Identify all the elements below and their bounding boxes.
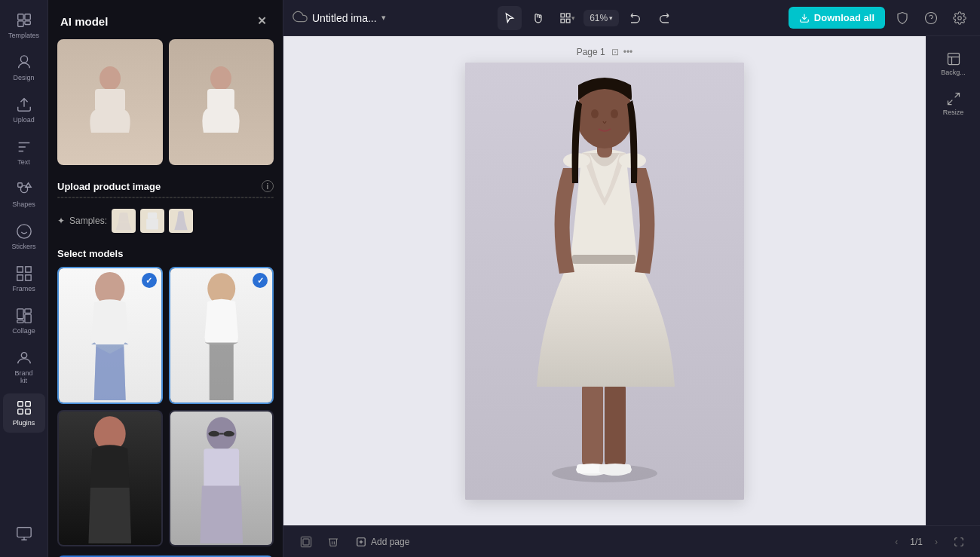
- title-chevron-icon: ▾: [381, 13, 386, 23]
- resize-button[interactable]: Resize: [933, 85, 974, 122]
- sparkle-icon: ✦: [57, 216, 65, 226]
- zoom-control[interactable]: 61% ▾: [583, 10, 619, 26]
- svg-rect-2: [17, 21, 23, 26]
- model-thumb-2[interactable]: [169, 39, 274, 165]
- fit-view-button[interactable]: [950, 533, 968, 551]
- svg-rect-20: [25, 402, 29, 406]
- sidebar-item-collage[interactable]: Collage: [3, 301, 45, 341]
- sidebar-item-text[interactable]: Text: [3, 133, 45, 172]
- topbar-right: Download all: [789, 7, 971, 29]
- sidebar-item-label: Brandkit: [14, 369, 32, 384]
- select-models-header: Select models: [48, 242, 283, 264]
- sidebar-item-label: Templates: [8, 32, 39, 39]
- svg-rect-53: [599, 464, 631, 473]
- settings-icon-btn[interactable]: [948, 7, 971, 29]
- page-label: Page 1 ⊡ •••: [577, 47, 633, 57]
- model-thumb-1[interactable]: [57, 39, 163, 165]
- close-button[interactable]: ✕: [253, 12, 271, 30]
- sidebar-item-label: Plugins: [13, 419, 35, 427]
- model-card-2[interactable]: ✓: [169, 267, 274, 403]
- left-nav: Templates Design Upload Text Shapes Stic…: [0, 0, 48, 557]
- sidebar-item-stickers[interactable]: Stickers: [3, 217, 45, 256]
- help-icon-btn[interactable]: [920, 7, 942, 29]
- sample-1[interactable]: [112, 209, 136, 233]
- sidebar-item-design[interactable]: Design: [3, 48, 45, 87]
- model-card-1[interactable]: ✓: [57, 267, 163, 403]
- main-area: Untitled ima... ▾ ▾ 61% ▾: [283, 0, 980, 557]
- page-icon-1[interactable]: ⊡: [611, 47, 619, 57]
- redo-button[interactable]: [652, 6, 676, 30]
- model-card-4[interactable]: [169, 410, 274, 546]
- background-label: Backg...: [941, 69, 966, 76]
- sidebar-item-templates[interactable]: Templates: [3, 6, 45, 45]
- sidebar-item-plugins[interactable]: Plugins: [3, 393, 45, 433]
- samples-row: ✦ Samples:: [48, 204, 283, 242]
- canvas-area: Page 1 ⊡ •••: [283, 36, 980, 525]
- selected-check-1: ✓: [142, 273, 157, 288]
- select-models-title: Select models: [57, 248, 123, 259]
- close-icon: ✕: [257, 14, 267, 28]
- add-page-button[interactable]: Add page: [350, 534, 415, 550]
- sidebar-item-frames[interactable]: Frames: [3, 259, 45, 298]
- page-label-text: Page 1: [577, 47, 605, 57]
- upload-section-title: Upload product image: [57, 181, 161, 192]
- model-card-3[interactable]: [57, 410, 163, 546]
- page-counter: 1/1: [910, 537, 923, 547]
- svg-rect-16: [24, 314, 30, 323]
- svg-marker-7: [25, 183, 30, 188]
- page-label-icons: ⊡ •••: [611, 47, 633, 57]
- canvas-bg[interactable]: Page 1 ⊡ •••: [283, 36, 926, 525]
- download-button[interactable]: Download all: [789, 7, 885, 29]
- next-page-button[interactable]: ›: [927, 533, 945, 551]
- select-tool-button[interactable]: [498, 6, 522, 30]
- samples-label: Samples:: [69, 216, 107, 226]
- sidebar-item-label: Shapes: [12, 200, 35, 208]
- layout-tool-button[interactable]: ▾: [555, 6, 579, 30]
- sidebar-item-brand[interactable]: Brandkit: [3, 344, 45, 390]
- doc-title: Untitled ima...: [312, 12, 377, 24]
- sidebar-item-label: Frames: [12, 285, 35, 292]
- svg-rect-0: [17, 14, 23, 20]
- zoom-level: 61%: [590, 13, 608, 23]
- sample-3[interactable]: [169, 209, 193, 233]
- svg-rect-39: [566, 14, 570, 17]
- sidebar-item-label: Stickers: [11, 243, 35, 250]
- svg-rect-21: [17, 409, 22, 414]
- svg-rect-23: [17, 528, 30, 537]
- svg-point-18: [21, 353, 26, 358]
- svg-rect-27: [207, 89, 234, 110]
- shield-icon-btn[interactable]: [891, 7, 914, 29]
- background-button[interactable]: Backg...: [933, 45, 974, 82]
- info-icon[interactable]: i: [262, 180, 274, 192]
- page-thumbnail-button[interactable]: [296, 531, 317, 552]
- models-grid: ✓ ✓: [48, 264, 283, 555]
- sidebar-item-label: Text: [17, 158, 30, 166]
- sidebar-item-shapes[interactable]: Shapes: [3, 175, 45, 214]
- model-image: [465, 63, 744, 500]
- svg-rect-54: [572, 255, 635, 264]
- add-page-label: Add page: [371, 537, 409, 547]
- page-icon-2[interactable]: •••: [623, 47, 633, 57]
- svg-rect-28: [148, 213, 157, 219]
- svg-rect-63: [303, 539, 309, 545]
- right-panel: Backg... Resize: [926, 36, 980, 525]
- sidebar-item-more[interactable]: [3, 519, 45, 551]
- panel-title: AI model: [60, 15, 108, 28]
- delete-page-button[interactable]: [323, 531, 344, 552]
- svg-rect-13: [25, 275, 30, 280]
- svg-rect-17: [17, 320, 23, 323]
- sidebar-item-upload[interactable]: Upload: [3, 90, 45, 130]
- upload-area[interactable]: Dresses ▾ ⊞ 🗑 ✏: [57, 197, 274, 198]
- svg-rect-40: [566, 19, 570, 23]
- prev-page-button[interactable]: ‹: [887, 533, 905, 551]
- svg-rect-48: [582, 379, 603, 470]
- hand-tool-button[interactable]: [526, 6, 550, 30]
- undo-button[interactable]: [623, 6, 648, 30]
- svg-rect-12: [17, 275, 22, 280]
- svg-rect-11: [25, 267, 30, 272]
- sample-2[interactable]: [140, 209, 164, 233]
- svg-rect-3: [24, 21, 29, 25]
- svg-rect-25: [95, 89, 125, 112]
- svg-point-35: [208, 431, 219, 436]
- upload-section-header: Upload product image i: [48, 174, 283, 197]
